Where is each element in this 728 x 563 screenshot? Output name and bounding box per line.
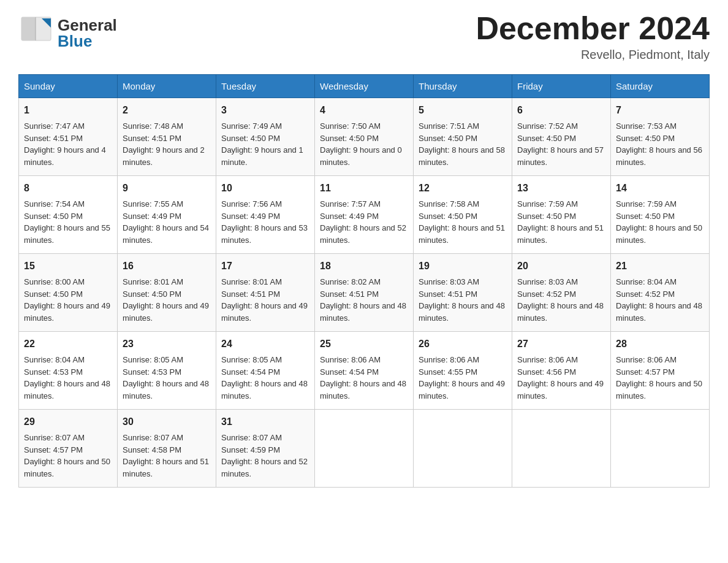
logo: General Blue: [18, 12, 117, 49]
day-info: Sunrise: 7:49 AMSunset: 4:50 PMDaylight:…: [221, 121, 303, 167]
calendar-week-row: 22 Sunrise: 8:04 AMSunset: 4:53 PMDaylig…: [19, 332, 710, 410]
day-number: 23: [123, 337, 211, 351]
day-number: 31: [221, 415, 309, 429]
day-number: 16: [123, 259, 211, 274]
page-header: General Blue December 2024 Revello, Pied…: [18, 12, 710, 62]
header-saturday: Saturday: [611, 75, 710, 98]
day-number: 3: [221, 103, 309, 118]
calendar-cell: 11 Sunrise: 7:57 AMSunset: 4:49 PMDaylig…: [315, 176, 414, 254]
day-number: 17: [221, 259, 309, 274]
calendar-cell: 16 Sunrise: 8:01 AMSunset: 4:50 PMDaylig…: [118, 254, 216, 332]
logo-general-text: General: [58, 17, 117, 33]
day-info: Sunrise: 8:05 AMSunset: 4:53 PMDaylight:…: [123, 355, 209, 400]
calendar-cell: 10 Sunrise: 7:56 AMSunset: 4:49 PMDaylig…: [216, 176, 315, 254]
day-number: 20: [517, 259, 605, 274]
calendar-header-row: Sunday Monday Tuesday Wednesday Thursday…: [19, 75, 710, 98]
day-number: 6: [517, 103, 605, 118]
header-thursday: Thursday: [414, 75, 512, 98]
day-number: 11: [320, 181, 408, 196]
day-number: 5: [419, 103, 507, 118]
calendar-cell: [414, 410, 512, 488]
day-number: 9: [123, 181, 211, 196]
calendar-cell: 2 Sunrise: 7:48 AMSunset: 4:51 PMDayligh…: [118, 98, 216, 176]
calendar-cell: 23 Sunrise: 8:05 AMSunset: 4:53 PMDaylig…: [118, 332, 216, 410]
calendar-cell: 21 Sunrise: 8:04 AMSunset: 4:52 PMDaylig…: [611, 254, 710, 332]
calendar-week-row: 29 Sunrise: 8:07 AMSunset: 4:57 PMDaylig…: [19, 410, 710, 488]
calendar-table: Sunday Monday Tuesday Wednesday Thursday…: [18, 74, 710, 488]
svg-rect-1: [21, 17, 36, 40]
day-number: 4: [320, 103, 408, 118]
day-info: Sunrise: 8:06 AMSunset: 4:55 PMDaylight:…: [419, 355, 505, 400]
day-number: 19: [419, 259, 507, 274]
calendar-cell: 14 Sunrise: 7:59 AMSunset: 4:50 PMDaylig…: [611, 176, 710, 254]
calendar-cell: 29 Sunrise: 8:07 AMSunset: 4:57 PMDaylig…: [19, 410, 118, 488]
title-section: December 2024 Revello, Piedmont, Italy: [476, 12, 710, 62]
day-number: 7: [616, 103, 704, 118]
day-number: 25: [320, 337, 408, 351]
day-number: 2: [123, 103, 211, 118]
logo-blue-text: Blue: [58, 33, 117, 49]
day-info: Sunrise: 7:58 AMSunset: 4:50 PMDaylight:…: [419, 199, 505, 245]
day-info: Sunrise: 8:07 AMSunset: 4:58 PMDaylight:…: [123, 433, 209, 478]
calendar-cell: 24 Sunrise: 8:05 AMSunset: 4:54 PMDaylig…: [216, 332, 315, 410]
calendar-cell: 25 Sunrise: 8:06 AMSunset: 4:54 PMDaylig…: [315, 332, 414, 410]
day-number: 13: [517, 181, 605, 196]
calendar-cell: 27 Sunrise: 8:06 AMSunset: 4:56 PMDaylig…: [512, 332, 611, 410]
day-info: Sunrise: 8:06 AMSunset: 4:54 PMDaylight:…: [320, 355, 406, 400]
day-info: Sunrise: 7:59 AMSunset: 4:50 PMDaylight:…: [616, 199, 702, 245]
day-info: Sunrise: 7:57 AMSunset: 4:49 PMDaylight:…: [320, 199, 406, 245]
day-number: 12: [419, 181, 507, 196]
day-info: Sunrise: 7:56 AMSunset: 4:49 PMDaylight:…: [221, 199, 308, 245]
header-sunday: Sunday: [19, 75, 118, 98]
day-info: Sunrise: 8:01 AMSunset: 4:50 PMDaylight:…: [123, 277, 209, 323]
day-info: Sunrise: 8:04 AMSunset: 4:52 PMDaylight:…: [616, 277, 702, 323]
day-info: Sunrise: 7:52 AMSunset: 4:50 PMDaylight:…: [517, 121, 604, 167]
location-text: Revello, Piedmont, Italy: [476, 48, 710, 62]
day-info: Sunrise: 8:00 AMSunset: 4:50 PMDaylight:…: [24, 277, 110, 323]
day-info: Sunrise: 8:02 AMSunset: 4:51 PMDaylight:…: [320, 277, 406, 323]
header-friday: Friday: [512, 75, 611, 98]
day-info: Sunrise: 8:04 AMSunset: 4:53 PMDaylight:…: [24, 355, 110, 400]
calendar-cell: 1 Sunrise: 7:47 AMSunset: 4:51 PMDayligh…: [19, 98, 118, 176]
day-info: Sunrise: 7:50 AMSunset: 4:50 PMDaylight:…: [320, 121, 402, 167]
header-monday: Monday: [118, 75, 216, 98]
calendar-week-row: 15 Sunrise: 8:00 AMSunset: 4:50 PMDaylig…: [19, 254, 710, 332]
calendar-cell: 4 Sunrise: 7:50 AMSunset: 4:50 PMDayligh…: [315, 98, 414, 176]
day-info: Sunrise: 8:05 AMSunset: 4:54 PMDaylight:…: [221, 355, 308, 400]
day-info: Sunrise: 7:51 AMSunset: 4:50 PMDaylight:…: [419, 121, 505, 167]
calendar-cell: 9 Sunrise: 7:55 AMSunset: 4:49 PMDayligh…: [118, 176, 216, 254]
day-info: Sunrise: 7:55 AMSunset: 4:49 PMDaylight:…: [123, 199, 209, 245]
header-wednesday: Wednesday: [315, 75, 414, 98]
header-tuesday: Tuesday: [216, 75, 315, 98]
calendar-cell: 6 Sunrise: 7:52 AMSunset: 4:50 PMDayligh…: [512, 98, 611, 176]
day-number: 29: [24, 415, 112, 429]
day-info: Sunrise: 7:54 AMSunset: 4:50 PMDaylight:…: [24, 199, 110, 245]
day-number: 30: [123, 415, 211, 429]
calendar-cell: 12 Sunrise: 7:58 AMSunset: 4:50 PMDaylig…: [414, 176, 512, 254]
day-info: Sunrise: 8:07 AMSunset: 4:57 PMDaylight:…: [24, 433, 110, 478]
day-number: 22: [24, 337, 112, 351]
calendar-cell: 18 Sunrise: 8:02 AMSunset: 4:51 PMDaylig…: [315, 254, 414, 332]
day-number: 21: [616, 259, 704, 274]
calendar-week-row: 1 Sunrise: 7:47 AMSunset: 4:51 PMDayligh…: [19, 98, 710, 176]
day-number: 14: [616, 181, 704, 196]
calendar-cell: [315, 410, 414, 488]
calendar-cell: 17 Sunrise: 8:01 AMSunset: 4:51 PMDaylig…: [216, 254, 315, 332]
day-info: Sunrise: 8:03 AMSunset: 4:51 PMDaylight:…: [419, 277, 505, 323]
calendar-cell: 5 Sunrise: 7:51 AMSunset: 4:50 PMDayligh…: [414, 98, 512, 176]
calendar-cell: 30 Sunrise: 8:07 AMSunset: 4:58 PMDaylig…: [118, 410, 216, 488]
calendar-week-row: 8 Sunrise: 7:54 AMSunset: 4:50 PMDayligh…: [19, 176, 710, 254]
day-number: 18: [320, 259, 408, 274]
day-info: Sunrise: 8:06 AMSunset: 4:57 PMDaylight:…: [616, 355, 702, 400]
day-info: Sunrise: 7:53 AMSunset: 4:50 PMDaylight:…: [616, 121, 702, 167]
calendar-cell: 19 Sunrise: 8:03 AMSunset: 4:51 PMDaylig…: [414, 254, 512, 332]
day-info: Sunrise: 8:03 AMSunset: 4:52 PMDaylight:…: [517, 277, 604, 323]
day-number: 26: [419, 337, 507, 351]
day-number: 10: [221, 181, 309, 196]
calendar-cell: [512, 410, 611, 488]
day-info: Sunrise: 8:06 AMSunset: 4:56 PMDaylight:…: [517, 355, 604, 400]
calendar-cell: 15 Sunrise: 8:00 AMSunset: 4:50 PMDaylig…: [19, 254, 118, 332]
day-info: Sunrise: 7:48 AMSunset: 4:51 PMDaylight:…: [123, 121, 205, 167]
day-info: Sunrise: 8:07 AMSunset: 4:59 PMDaylight:…: [221, 433, 308, 478]
calendar-cell: 3 Sunrise: 7:49 AMSunset: 4:50 PMDayligh…: [216, 98, 315, 176]
